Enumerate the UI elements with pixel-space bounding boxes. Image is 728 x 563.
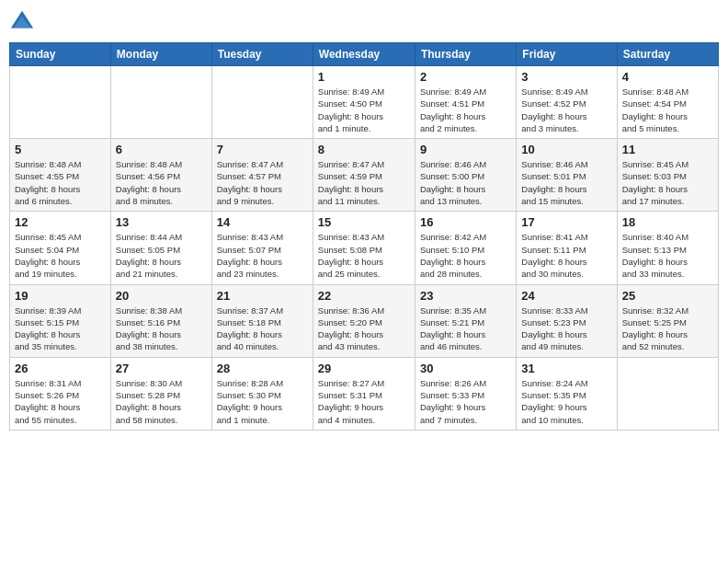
calendar-header-row: SundayMondayTuesdayWednesdayThursdayFrid… [10, 43, 719, 66]
day-number: 30 [420, 362, 511, 375]
calendar-cell: 31Sunrise: 8:24 AM Sunset: 5:35 PM Dayli… [517, 357, 617, 430]
calendar-cell [10, 66, 111, 139]
day-info: Sunrise: 8:35 AM Sunset: 5:21 PM Dayligh… [420, 304, 511, 353]
day-number: 28 [217, 362, 308, 375]
day-number: 31 [521, 362, 611, 375]
calendar-cell: 10Sunrise: 8:46 AM Sunset: 5:01 PM Dayli… [517, 139, 617, 212]
calendar-cell [617, 357, 718, 430]
day-number: 2 [420, 70, 511, 84]
day-info: Sunrise: 8:39 AM Sunset: 5:15 PM Dayligh… [15, 304, 106, 353]
day-info: Sunrise: 8:49 AM Sunset: 4:51 PM Dayligh… [420, 86, 511, 134]
calendar-cell: 12Sunrise: 8:45 AM Sunset: 5:04 PM Dayli… [10, 212, 111, 284]
day-number: 14 [217, 215, 308, 229]
calendar-cell: 9Sunrise: 8:46 AM Sunset: 5:00 PM Daylig… [415, 139, 516, 212]
calendar-week-2: 5Sunrise: 8:48 AM Sunset: 4:55 PM Daylig… [10, 139, 719, 212]
calendar-cell [110, 66, 211, 139]
day-info: Sunrise: 8:49 AM Sunset: 4:52 PM Dayligh… [521, 86, 611, 134]
calendar-cell: 1Sunrise: 8:49 AM Sunset: 4:50 PM Daylig… [313, 66, 415, 139]
page-header [9, 9, 719, 35]
day-header-tuesday: Tuesday [211, 43, 313, 66]
day-number: 8 [318, 143, 410, 156]
day-header-friday: Friday [517, 43, 617, 66]
calendar-cell: 7Sunrise: 8:47 AM Sunset: 4:57 PM Daylig… [211, 139, 313, 212]
day-number: 12 [15, 215, 106, 229]
day-number: 22 [318, 289, 410, 303]
day-info: Sunrise: 8:46 AM Sunset: 5:00 PM Dayligh… [420, 158, 511, 207]
day-number: 7 [217, 143, 308, 156]
day-info: Sunrise: 8:48 AM Sunset: 4:54 PM Dayligh… [622, 86, 713, 134]
calendar-week-1: 1Sunrise: 8:49 AM Sunset: 4:50 PM Daylig… [10, 66, 719, 139]
day-number: 21 [217, 289, 308, 303]
calendar-week-5: 26Sunrise: 8:31 AM Sunset: 5:26 PM Dayli… [10, 357, 719, 430]
day-number: 18 [622, 215, 713, 229]
calendar-cell: 2Sunrise: 8:49 AM Sunset: 4:51 PM Daylig… [415, 66, 516, 139]
day-number: 6 [116, 143, 207, 156]
calendar-cell: 27Sunrise: 8:30 AM Sunset: 5:28 PM Dayli… [110, 357, 211, 430]
calendar-week-3: 12Sunrise: 8:45 AM Sunset: 5:04 PM Dayli… [10, 212, 719, 284]
day-number: 20 [116, 289, 207, 303]
logo-icon [9, 9, 35, 35]
day-number: 3 [521, 70, 611, 84]
calendar-cell: 16Sunrise: 8:42 AM Sunset: 5:10 PM Dayli… [415, 212, 516, 284]
calendar-cell: 22Sunrise: 8:36 AM Sunset: 5:20 PM Dayli… [313, 284, 415, 357]
calendar-cell: 3Sunrise: 8:49 AM Sunset: 4:52 PM Daylig… [517, 66, 617, 139]
day-number: 23 [420, 289, 511, 303]
calendar-cell: 15Sunrise: 8:43 AM Sunset: 5:08 PM Dayli… [313, 212, 415, 284]
calendar-cell: 19Sunrise: 8:39 AM Sunset: 5:15 PM Dayli… [10, 284, 111, 357]
day-number: 11 [622, 143, 713, 156]
day-number: 1 [318, 70, 410, 84]
day-number: 16 [420, 215, 511, 229]
day-info: Sunrise: 8:41 AM Sunset: 5:11 PM Dayligh… [521, 231, 611, 280]
day-info: Sunrise: 8:44 AM Sunset: 5:05 PM Dayligh… [116, 231, 207, 280]
day-info: Sunrise: 8:49 AM Sunset: 4:50 PM Dayligh… [318, 86, 410, 134]
day-info: Sunrise: 8:36 AM Sunset: 5:20 PM Dayligh… [318, 304, 410, 353]
day-info: Sunrise: 8:47 AM Sunset: 4:59 PM Dayligh… [318, 158, 410, 207]
calendar-cell: 17Sunrise: 8:41 AM Sunset: 5:11 PM Dayli… [517, 212, 617, 284]
day-info: Sunrise: 8:30 AM Sunset: 5:28 PM Dayligh… [116, 377, 207, 426]
day-info: Sunrise: 8:38 AM Sunset: 5:16 PM Dayligh… [116, 304, 207, 353]
day-header-wednesday: Wednesday [313, 43, 415, 66]
calendar-cell: 18Sunrise: 8:40 AM Sunset: 5:13 PM Dayli… [617, 212, 718, 284]
day-info: Sunrise: 8:28 AM Sunset: 5:30 PM Dayligh… [217, 377, 308, 426]
day-info: Sunrise: 8:45 AM Sunset: 5:03 PM Dayligh… [622, 158, 713, 207]
day-number: 29 [318, 362, 410, 375]
calendar-cell: 6Sunrise: 8:48 AM Sunset: 4:56 PM Daylig… [110, 139, 211, 212]
day-info: Sunrise: 8:43 AM Sunset: 5:08 PM Dayligh… [318, 231, 410, 280]
day-header-monday: Monday [110, 43, 211, 66]
calendar-cell: 11Sunrise: 8:45 AM Sunset: 5:03 PM Dayli… [617, 139, 718, 212]
calendar-cell: 20Sunrise: 8:38 AM Sunset: 5:16 PM Dayli… [110, 284, 211, 357]
calendar-table: SundayMondayTuesdayWednesdayThursdayFrid… [9, 42, 719, 431]
day-number: 19 [15, 289, 106, 303]
day-info: Sunrise: 8:33 AM Sunset: 5:23 PM Dayligh… [521, 304, 611, 353]
day-info: Sunrise: 8:40 AM Sunset: 5:13 PM Dayligh… [622, 231, 713, 280]
day-number: 10 [521, 143, 611, 156]
day-number: 24 [521, 289, 611, 303]
day-info: Sunrise: 8:31 AM Sunset: 5:26 PM Dayligh… [15, 377, 106, 426]
calendar-cell: 26Sunrise: 8:31 AM Sunset: 5:26 PM Dayli… [10, 357, 111, 430]
day-header-sunday: Sunday [10, 43, 111, 66]
day-number: 27 [116, 362, 207, 375]
day-info: Sunrise: 8:32 AM Sunset: 5:25 PM Dayligh… [622, 304, 713, 353]
day-number: 5 [15, 143, 106, 156]
calendar-cell: 21Sunrise: 8:37 AM Sunset: 5:18 PM Dayli… [211, 284, 313, 357]
calendar-cell: 30Sunrise: 8:26 AM Sunset: 5:33 PM Dayli… [415, 357, 516, 430]
day-header-thursday: Thursday [415, 43, 516, 66]
logo [9, 9, 39, 35]
day-info: Sunrise: 8:42 AM Sunset: 5:10 PM Dayligh… [420, 231, 511, 280]
calendar-cell: 24Sunrise: 8:33 AM Sunset: 5:23 PM Dayli… [517, 284, 617, 357]
day-info: Sunrise: 8:27 AM Sunset: 5:31 PM Dayligh… [318, 377, 410, 426]
calendar-cell: 28Sunrise: 8:28 AM Sunset: 5:30 PM Dayli… [211, 357, 313, 430]
day-info: Sunrise: 8:43 AM Sunset: 5:07 PM Dayligh… [217, 231, 308, 280]
calendar-cell: 5Sunrise: 8:48 AM Sunset: 4:55 PM Daylig… [10, 139, 111, 212]
day-info: Sunrise: 8:37 AM Sunset: 5:18 PM Dayligh… [217, 304, 308, 353]
calendar-cell: 8Sunrise: 8:47 AM Sunset: 4:59 PM Daylig… [313, 139, 415, 212]
day-number: 13 [116, 215, 207, 229]
day-number: 4 [622, 70, 713, 84]
day-info: Sunrise: 8:47 AM Sunset: 4:57 PM Dayligh… [217, 158, 308, 207]
calendar-week-4: 19Sunrise: 8:39 AM Sunset: 5:15 PM Dayli… [10, 284, 719, 357]
calendar-cell: 25Sunrise: 8:32 AM Sunset: 5:25 PM Dayli… [617, 284, 718, 357]
day-number: 15 [318, 215, 410, 229]
calendar-cell [211, 66, 313, 139]
day-info: Sunrise: 8:26 AM Sunset: 5:33 PM Dayligh… [420, 377, 511, 426]
day-info: Sunrise: 8:24 AM Sunset: 5:35 PM Dayligh… [521, 377, 611, 426]
